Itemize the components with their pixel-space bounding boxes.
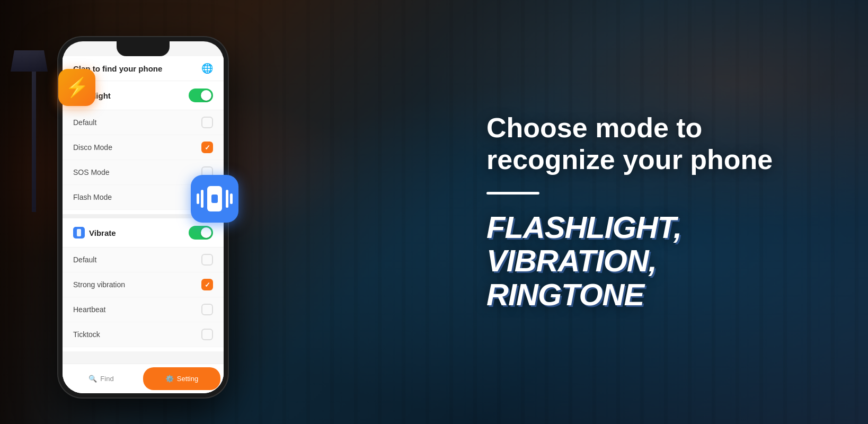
content-spacer xyxy=(63,351,224,364)
vibrate-svg-icon xyxy=(76,228,82,237)
flashlight-option-default[interactable]: Default xyxy=(63,110,224,135)
flashlight-flash-label: Flash Mode xyxy=(73,193,112,201)
setting-label: Setting xyxy=(177,375,198,383)
vibrate-strong-checkbox[interactable] xyxy=(201,279,213,290)
find-nav-button[interactable]: 🔍 Find xyxy=(63,364,140,393)
find-label: Find xyxy=(100,375,113,383)
vibrate-option-ticktock[interactable]: Ticktock xyxy=(63,322,224,347)
right-text-section: Choose mode torecognize your phone FLASH… xyxy=(455,112,826,312)
vibrate-default-checkbox[interactable] xyxy=(201,254,213,266)
lightning-symbol: ⚡ xyxy=(65,76,89,99)
vibrate-section-header: Vibrate xyxy=(63,218,224,248)
app-content: Clap to find your phone 🌐 Flashlight Def… xyxy=(63,56,224,393)
vibrate-title-text: Vibrate xyxy=(89,228,116,237)
phone-screen-inner xyxy=(211,195,218,203)
language-button[interactable]: 🌐 xyxy=(201,63,213,74)
app-icon-lightning[interactable]: ⚡ xyxy=(58,69,95,106)
main-content: ⚡ xyxy=(0,0,868,424)
flashlight-sos-label: SOS Mode xyxy=(73,168,109,176)
vib-bar-2 xyxy=(201,190,203,208)
flashlight-default-label: Default xyxy=(73,118,96,127)
flashlight-disco-label: Disco Mode xyxy=(73,143,112,152)
flashlight-disco-checkbox[interactable] xyxy=(201,142,213,153)
flashlight-default-checkbox[interactable] xyxy=(201,117,213,128)
vib-bar-4 xyxy=(230,193,233,204)
vib-bar-1 xyxy=(197,193,199,204)
vibrate-option-default[interactable]: Default xyxy=(63,248,224,272)
vibrate-strong-label: Strong vibration xyxy=(73,280,125,289)
phone-area: ⚡ xyxy=(42,26,244,408)
vibrate-toggle[interactable] xyxy=(189,226,213,240)
phone-shape xyxy=(207,186,222,211)
vibrate-heartbeat-checkbox[interactable] xyxy=(201,304,213,315)
vibrate-ticktock-checkbox[interactable] xyxy=(201,329,213,340)
vibrate-section: Vibrate Default Strong vibration xyxy=(63,218,224,347)
vibrate-default-label: Default xyxy=(73,255,96,264)
setting-icon: ⚙️ xyxy=(165,375,174,383)
vib-bar-3 xyxy=(226,190,228,208)
flashlight-toggle[interactable] xyxy=(189,89,213,102)
flashlight-option-disco[interactable]: Disco Mode xyxy=(63,135,224,160)
vibrate-ticktock-label: Ticktock xyxy=(73,330,100,339)
svg-rect-0 xyxy=(77,229,81,236)
vibrate-heartbeat-label: Heartbeat xyxy=(73,305,105,314)
tagline-text: Choose mode torecognize your phone xyxy=(486,112,773,176)
vibrate-icon-graphic xyxy=(197,186,233,211)
bottom-nav: 🔍 Find ⚙️ Setting xyxy=(63,364,224,393)
find-icon: 🔍 xyxy=(88,375,97,383)
app-icon-vibrate[interactable] xyxy=(191,175,238,223)
vibrate-option-strong[interactable]: Strong vibration xyxy=(63,272,224,297)
feature-text: FLASHLIGHT, VIBRATION,RINGTONE xyxy=(486,210,826,312)
setting-nav-button[interactable]: ⚙️ Setting xyxy=(143,367,220,390)
phone-notch xyxy=(117,41,170,56)
tagline-divider xyxy=(486,192,539,195)
vibrate-option-heartbeat[interactable]: Heartbeat xyxy=(63,297,224,322)
vibrate-title-container: Vibrate xyxy=(73,227,116,238)
vibrate-section-icon xyxy=(73,227,85,238)
